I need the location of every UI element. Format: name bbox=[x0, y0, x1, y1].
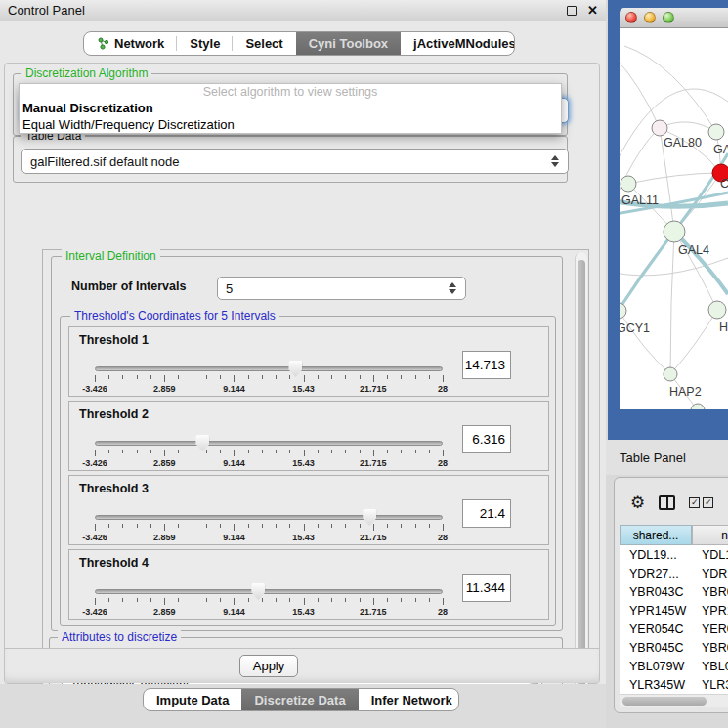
node-label: GCY1 bbox=[620, 321, 650, 335]
apply-strip: Apply bbox=[5, 648, 599, 683]
node-label: GAL11 bbox=[621, 193, 659, 207]
columns-icon[interactable] bbox=[659, 495, 675, 510]
scrollbar-thumb[interactable] bbox=[578, 260, 585, 698]
threshold-2-value[interactable]: 6.316 bbox=[462, 425, 511, 453]
table-body: YDL19...YDL1YDR27...YDR2YBR043CYBR0YPR14… bbox=[620, 545, 728, 707]
node-label: GAL4 bbox=[678, 243, 709, 257]
bottom-tabbar: Impute Data Discretize Data Infer Networ… bbox=[143, 688, 459, 711]
network-node[interactable] bbox=[708, 301, 726, 319]
apply-button[interactable]: Apply bbox=[239, 655, 298, 677]
threshold-1-value[interactable]: 14.713 bbox=[462, 351, 511, 379]
top-tabbar: Network Style Select Cyni Toolbox jActiv… bbox=[83, 31, 515, 56]
table-cell[interactable]: YPR145W bbox=[620, 604, 692, 618]
table-cell[interactable]: YBR0 bbox=[692, 641, 728, 655]
table-cell[interactable]: YBL0 bbox=[692, 660, 728, 673]
slider-track[interactable] bbox=[95, 515, 443, 520]
network-node[interactable] bbox=[664, 367, 677, 381]
network-node[interactable] bbox=[691, 404, 705, 409]
threshold-1-slider[interactable]: -3.4262.8599.14415.4321.71528 bbox=[95, 357, 443, 394]
interval-definition-group: Interval Definition Number of Intervals … bbox=[51, 256, 563, 631]
network-node[interactable] bbox=[708, 124, 724, 140]
table-hscrollbar[interactable] bbox=[620, 694, 728, 707]
table-cell[interactable]: YPR1 bbox=[692, 604, 728, 618]
network-node[interactable] bbox=[652, 120, 667, 136]
table-row[interactable]: YDR27...YDR2 bbox=[620, 564, 728, 582]
tab-select[interactable]: Select bbox=[233, 32, 295, 55]
threshold-4-value[interactable]: 11.344 bbox=[462, 574, 511, 602]
network-view-window[interactable]: GAL80GACGAL11GAL4GCY1HHAP2 bbox=[608, 0, 728, 440]
table-cell[interactable]: YDL1 bbox=[692, 548, 728, 562]
network-canvas[interactable]: GAL80GACGAL11GAL4GCY1HHAP2 bbox=[620, 28, 728, 409]
table-toolbar: ⚙ ✓ ✓ bbox=[615, 486, 728, 519]
float-window-icon[interactable] bbox=[567, 6, 577, 16]
threshold-3-value[interactable]: 21.4 bbox=[462, 499, 511, 528]
tab-label: Infer Network bbox=[371, 693, 452, 707]
table-row[interactable]: YBL079WYBL0 bbox=[620, 657, 728, 675]
threshold-2-slider[interactable]: -3.4262.8599.14415.4321.71528 bbox=[95, 431, 443, 468]
table-row[interactable]: YER054CYER0 bbox=[620, 620, 728, 638]
panel-scrollbar[interactable] bbox=[575, 252, 587, 711]
table-cell[interactable]: YER054C bbox=[620, 622, 692, 636]
combo-value: galFiltered.sif default node bbox=[30, 154, 550, 169]
minimize-traffic-light-icon[interactable] bbox=[644, 12, 656, 23]
table-cell[interactable]: YBL079W bbox=[620, 660, 692, 673]
checkbox-group: ✓ ✓ bbox=[689, 497, 713, 508]
column-header-name[interactable]: na bbox=[692, 525, 728, 545]
table-cell[interactable]: YBR045C bbox=[620, 641, 692, 655]
table-cell[interactable]: YDR2 bbox=[692, 567, 728, 580]
table-data-combo[interactable]: galFiltered.sif default node bbox=[21, 149, 569, 174]
close-traffic-light-icon[interactable] bbox=[625, 12, 637, 23]
node-label: GA bbox=[713, 143, 728, 156]
network-node[interactable] bbox=[621, 176, 636, 192]
table-panel-title: Table Panel bbox=[620, 450, 686, 465]
table-cell[interactable]: YER0 bbox=[692, 622, 728, 636]
network-window-titlebar[interactable] bbox=[620, 8, 728, 28]
algorithm-dropdown: Select algorithm to view settings Manual… bbox=[19, 83, 562, 134]
column-header-shared-name[interactable]: shared... bbox=[620, 525, 692, 545]
dropdown-item-manual-discretization[interactable]: Manual Discretization bbox=[20, 100, 561, 116]
threshold-4-slider[interactable]: -3.4262.8599.14415.4321.71528 bbox=[95, 579, 443, 617]
table-row[interactable]: YLR345WYLR3 bbox=[620, 675, 728, 694]
table-row[interactable]: YDL19...YDL1 bbox=[620, 545, 728, 564]
threshold-2-box: Threshold 2 -3.4262.8599.14415.4321.7152… bbox=[68, 401, 549, 471]
slider-track[interactable] bbox=[95, 366, 443, 371]
scrollbar-thumb[interactable] bbox=[622, 697, 707, 706]
group-label: Threshold's Coordinates for 5 Intervals bbox=[70, 309, 279, 322]
gear-icon[interactable]: ⚙ bbox=[630, 494, 645, 511]
node-table: shared... na YDL19...YDL1YDR27...YDR2YBR… bbox=[620, 525, 728, 707]
tab-impute-data[interactable]: Impute Data bbox=[144, 689, 241, 710]
slider-track[interactable] bbox=[95, 589, 443, 594]
table-cell[interactable]: YDR27... bbox=[620, 567, 692, 580]
zoom-traffic-light-icon[interactable] bbox=[663, 12, 674, 23]
threshold-1-box: Threshold 1 -3.4262.8599.14415.4321.7152… bbox=[68, 326, 549, 397]
close-icon[interactable]: ✕ bbox=[587, 4, 598, 17]
table-cell[interactable]: YDL19... bbox=[620, 548, 692, 562]
table-cell[interactable]: YBR0 bbox=[692, 585, 728, 599]
dropdown-item-equal-width-frequency[interactable]: Equal Width/Frequency Discretization bbox=[20, 116, 561, 133]
tab-network[interactable]: Network bbox=[84, 32, 177, 55]
tab-infer-network[interactable]: Infer Network bbox=[359, 689, 459, 710]
number-of-intervals-combo[interactable]: 5 bbox=[217, 277, 466, 300]
table-cell[interactable]: YBR043C bbox=[620, 585, 692, 599]
tab-style[interactable]: Style bbox=[177, 32, 233, 55]
checkbox-icon[interactable]: ✓ bbox=[689, 497, 700, 508]
checkbox-icon[interactable]: ✓ bbox=[703, 497, 713, 508]
threshold-3-slider[interactable]: -3.4262.8599.14415.4321.71528 bbox=[95, 505, 443, 542]
table-cell[interactable]: YLR345W bbox=[620, 678, 692, 692]
threshold-label: Threshold 1 bbox=[79, 333, 149, 347]
number-of-intervals-label: Number of Intervals bbox=[71, 279, 186, 293]
network-node[interactable] bbox=[620, 303, 626, 319]
network-nodes[interactable]: GAL80GACGAL11GAL4GCY1HHAP2 bbox=[620, 28, 728, 409]
table-cell[interactable]: YLR3 bbox=[692, 678, 728, 692]
threshold-label: Threshold 3 bbox=[79, 482, 149, 495]
table-panel-titlebar: Table Panel bbox=[606, 440, 728, 475]
tab-discretize-data[interactable]: Discretize Data bbox=[241, 689, 358, 710]
network-node[interactable] bbox=[664, 221, 685, 242]
slider-track[interactable] bbox=[95, 441, 443, 446]
table-row[interactable]: YBR043CYBR0 bbox=[620, 582, 728, 601]
table-row[interactable]: YBR045CYBR0 bbox=[620, 638, 728, 657]
tab-cyni-toolbox[interactable]: Cyni Toolbox bbox=[296, 32, 401, 55]
right-side: GAL80GACGAL11GAL4GCY1HHAP2 Table Panel ⚙… bbox=[606, 0, 728, 728]
table-row[interactable]: YPR145WYPR1 bbox=[620, 601, 728, 620]
tab-jactivemnodules[interactable]: jActiveMNodules bbox=[401, 32, 515, 55]
